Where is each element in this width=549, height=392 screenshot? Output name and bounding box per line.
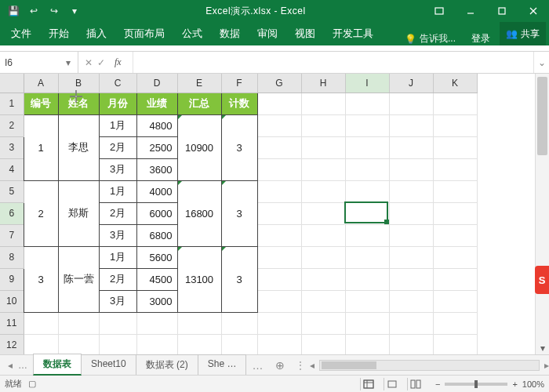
cell-E5[interactable]: 16800: [177, 180, 221, 246]
cell-H11[interactable]: [301, 312, 345, 334]
cell-K3[interactable]: [433, 136, 477, 158]
cell-A12[interactable]: [24, 334, 58, 354]
cell-F2[interactable]: 3: [221, 114, 257, 180]
cell-H8[interactable]: [301, 246, 345, 268]
cell-G2[interactable]: [257, 114, 301, 136]
cell-G5[interactable]: [257, 180, 301, 202]
cell-J4[interactable]: [389, 158, 433, 180]
cell-F8[interactable]: 3: [221, 246, 257, 312]
cell-H2[interactable]: [301, 114, 345, 136]
cell-B11[interactable]: [58, 312, 99, 334]
zoom-out-button[interactable]: −: [435, 379, 440, 389]
cell-J2[interactable]: [389, 114, 433, 136]
cell-G4[interactable]: [257, 158, 301, 180]
window-close-button[interactable]: [518, 0, 549, 22]
spreadsheet-grid[interactable]: ABCDEFGHIJK 1编号姓名月份业绩汇总计数21李思1月480010900…: [0, 74, 549, 354]
cell-D12[interactable]: [136, 334, 177, 354]
window-maximize-button[interactable]: [486, 0, 518, 22]
macro-record-button[interactable]: ▢: [28, 379, 36, 389]
cell-I11[interactable]: [345, 312, 389, 334]
cell-G12[interactable]: [257, 334, 301, 354]
cell-H12[interactable]: [301, 334, 345, 354]
insert-function-button[interactable]: fx: [110, 56, 126, 68]
row-header-1[interactable]: 1: [0, 93, 24, 114]
cell-K9[interactable]: [433, 268, 477, 290]
cell-F11[interactable]: [221, 312, 257, 334]
qat-customize-button[interactable]: ▾: [66, 2, 83, 20]
cell-D11[interactable]: [136, 312, 177, 334]
horizontal-scrollbar[interactable]: [319, 360, 540, 371]
ribbon-tab-5[interactable]: 数据: [212, 22, 248, 45]
cell-J3[interactable]: [389, 136, 433, 158]
column-header-J[interactable]: J: [389, 74, 433, 93]
cell-D10[interactable]: 3000: [136, 290, 177, 312]
cell-C8[interactable]: 1月: [99, 246, 136, 268]
cell-A11[interactable]: [24, 312, 58, 334]
cell-I12[interactable]: [345, 334, 389, 354]
row-header-8[interactable]: 8: [0, 246, 24, 268]
cell-J1[interactable]: [389, 93, 433, 114]
cell-C5[interactable]: 1月: [99, 180, 136, 202]
row-header-7[interactable]: 7: [0, 224, 24, 246]
scroll-down-button[interactable]: ▾: [536, 342, 549, 354]
cell-J6[interactable]: [389, 202, 433, 224]
cell-K11[interactable]: [433, 312, 477, 334]
cell-G6[interactable]: [257, 202, 301, 224]
cell-K8[interactable]: [433, 246, 477, 268]
cell-C12[interactable]: [99, 334, 136, 354]
row-header-3[interactable]: 3: [0, 136, 24, 158]
cell-C11[interactable]: [99, 312, 136, 334]
column-header-F[interactable]: F: [221, 74, 257, 93]
row-header-11[interactable]: 11: [0, 312, 24, 334]
row-header-6[interactable]: 6: [0, 202, 24, 224]
cell-C6[interactable]: 2月: [99, 202, 136, 224]
cell-A2[interactable]: 1: [24, 114, 58, 180]
cell-F5[interactable]: 3: [221, 180, 257, 246]
cell-K1[interactable]: [433, 93, 477, 114]
cell-E8[interactable]: 13100: [177, 246, 221, 312]
cell-G11[interactable]: [257, 312, 301, 334]
cell-I10[interactable]: [345, 290, 389, 312]
cell-I7[interactable]: [345, 224, 389, 246]
tell-me-search[interactable]: 💡 告诉我...: [398, 32, 462, 45]
cell-B8[interactable]: 陈一蕓: [58, 246, 99, 312]
formula-enter-button[interactable]: ✓: [97, 57, 105, 68]
select-all-corner[interactable]: [0, 74, 24, 93]
formula-bar-input[interactable]: [133, 52, 533, 73]
cell-E11[interactable]: [177, 312, 221, 334]
cell-D1[interactable]: 业绩: [136, 93, 177, 114]
cell-D3[interactable]: 2500: [136, 136, 177, 158]
cell-F12[interactable]: [221, 334, 257, 354]
qat-save-button[interactable]: 💾: [5, 2, 22, 20]
cell-G9[interactable]: [257, 268, 301, 290]
cell-D7[interactable]: 6800: [136, 224, 177, 246]
column-header-I[interactable]: I: [345, 74, 389, 93]
cell-B2[interactable]: 李思: [58, 114, 99, 180]
cell-E1[interactable]: 汇总: [177, 93, 221, 114]
cell-J9[interactable]: [389, 268, 433, 290]
cell-J7[interactable]: [389, 224, 433, 246]
column-header-E[interactable]: E: [177, 74, 221, 93]
column-header-G[interactable]: G: [257, 74, 301, 93]
cell-I5[interactable]: [345, 180, 389, 202]
sheet-tab-1[interactable]: Sheet10: [81, 354, 136, 376]
cell-C2[interactable]: 1月: [99, 114, 136, 136]
normal-view-button[interactable]: [360, 378, 377, 390]
side-panel-tab[interactable]: S: [535, 266, 549, 294]
cell-H4[interactable]: [301, 158, 345, 180]
cell-J11[interactable]: [389, 312, 433, 334]
sheet-nav-more[interactable]: …: [17, 360, 28, 371]
sheet-tab-more[interactable]: …: [245, 359, 269, 372]
vertical-scroll-thumb[interactable]: [537, 77, 547, 155]
ribbon-tab-3[interactable]: 页面布局: [116, 22, 173, 45]
cell-G7[interactable]: [257, 224, 301, 246]
cell-J8[interactable]: [389, 246, 433, 268]
ribbon-display-options-button[interactable]: [424, 0, 455, 22]
column-header-H[interactable]: H: [301, 74, 345, 93]
row-header-5[interactable]: 5: [0, 180, 24, 202]
cell-K7[interactable]: [433, 224, 477, 246]
zoom-level-button[interactable]: 100%: [522, 379, 544, 389]
cell-I6[interactable]: [345, 202, 389, 224]
row-header-2[interactable]: 2: [0, 114, 24, 136]
cell-J10[interactable]: [389, 290, 433, 312]
